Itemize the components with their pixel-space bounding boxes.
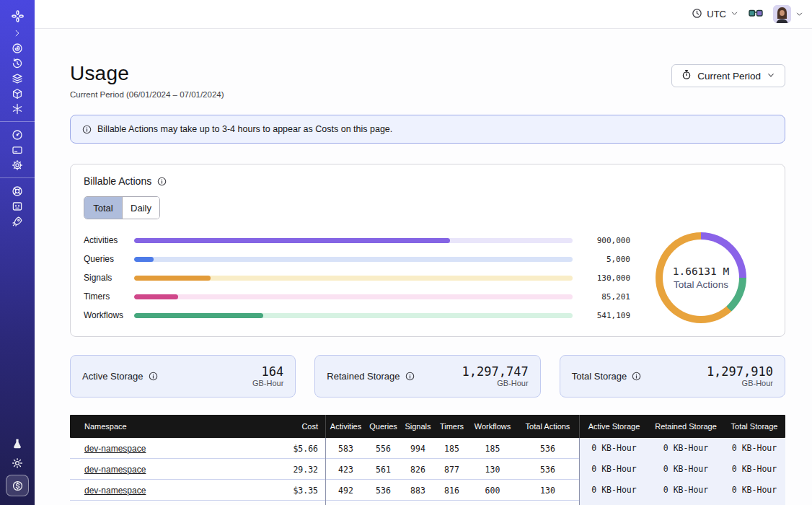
namespace-link[interactable]: dev-namespace [84,444,146,454]
cell-timers: 877 [435,465,469,475]
storage-card-value: 1,297,747 [462,365,529,379]
info-icon [82,125,92,134]
cell-total-actions: 536 [516,465,579,475]
column-header-signals: Signals [401,422,435,431]
cell-queries: 556 [366,444,401,454]
column-header-queries: Queries [366,422,401,431]
main-content: Usage Current Period (06/01/2024 – 07/01… [35,29,812,505]
cell-total-actions: 130 [516,486,579,496]
glasses-icon[interactable] [749,8,763,21]
namespaces-icon[interactable] [0,40,35,56]
column-header-cost: Cost [250,422,325,431]
column-header-timers: Timers [435,422,469,431]
info-icon[interactable] [149,372,158,381]
billing-card-icon[interactable] [0,142,35,157]
settings-gear-icon[interactable] [0,157,35,172]
storage-card-label: Retained Storage [327,371,400,382]
storage-card-label: Active Storage [82,371,144,382]
column-header-retained-storage: Retained Storage [648,422,723,431]
chevron-down-icon [767,71,775,82]
bar-label: Activities [84,235,134,245]
column-header-activities: Activities [325,415,366,438]
bar-track [134,257,573,262]
storage-card-unit: GB-Hour [252,379,283,387]
sidebar-divider [0,177,35,178]
cell-activities: 423 [325,459,366,480]
usage-gauge-icon[interactable] [0,127,35,142]
layers-icon[interactable] [0,71,35,86]
cell-retained-storage: 0 KB-Hour [648,438,723,459]
column-header-total-actions: Total Actions [516,422,579,431]
period-dropdown-label: Current Period [697,71,761,82]
cell-timers: 185 [435,444,469,454]
bar-value: 5,000 [584,255,630,264]
bar-row-workflows: Workflows 541,109 [84,306,630,325]
billable-actions-card: Billable Actions Total Daily Activities … [70,164,785,337]
period-dropdown-button[interactable]: Current Period [671,64,785,87]
clock-icon [692,8,702,21]
cell-signals: 826 [401,465,435,475]
timezone-label: UTC [707,9,726,19]
storage-card-value: 164 [252,365,283,379]
timezone-selector[interactable]: UTC [692,8,738,21]
table-row: dev-namespace 29.32 423 561 826 877 130 … [70,459,785,480]
bar-fill [134,313,263,318]
donut-center-value: 1.66131 M [673,265,730,277]
topbar: UTC [35,0,812,29]
total-actions-donut: 1.66131 M Total Actions [656,232,746,323]
storage-card-label: Total Storage [572,371,627,382]
credits-dollar-button[interactable] [6,475,29,496]
bar-label: Workflows [84,310,134,320]
bar-fill [134,294,178,299]
bar-label: Signals [84,273,134,283]
stopwatch-icon [681,69,692,82]
sidebar [0,0,35,505]
cell-cost: $3.35 [250,486,325,496]
feedback-screen-icon[interactable] [0,198,35,214]
table-header: Namespace Cost Activities Queries Signal… [70,415,785,438]
deployments-cube-icon[interactable] [0,86,35,101]
bar-fill [134,276,211,281]
active-storage-card: Active Storage 164 GB-Hour [70,355,296,398]
schedules-icon[interactable] [0,56,35,71]
bar-fill [134,238,450,243]
cell-timers: 816 [435,486,469,496]
cell-activities: 583 [325,438,366,459]
info-icon[interactable] [157,177,167,186]
donut-center-label: Total Actions [674,279,728,290]
tab-total[interactable]: Total [84,197,122,219]
table-row-partial [70,501,785,505]
bar-value: 130,000 [584,273,630,283]
cell-activities: 492 [325,480,366,501]
banner-text: Billable Actions may take up to 3-4 hour… [97,124,392,134]
sidebar-expand-icon[interactable] [0,25,35,40]
cell-queries: 536 [366,486,401,496]
bar-track [134,313,573,318]
bar-fill [134,257,154,262]
cell-active-storage: 0 KB-Hour [579,438,648,459]
labs-flask-icon[interactable] [0,436,35,451]
cell-retained-storage: 0 KB-Hour [648,480,723,501]
cell-signals: 883 [401,486,435,496]
temporal-logo-icon[interactable] [0,6,35,25]
cell-workflows: 600 [469,486,516,496]
namespace-link[interactable]: dev-namespace [84,465,146,475]
page-title: Usage [70,62,224,85]
support-lifebuoy-icon[interactable] [0,183,35,198]
retained-storage-card: Retained Storage 1,297,747 GB-Hour [314,355,540,398]
bar-value: 85,201 [584,292,630,302]
theme-sun-icon[interactable] [0,455,35,470]
user-menu[interactable] [773,5,803,23]
nexus-asterisk-icon[interactable] [0,101,35,116]
bar-label: Timers [84,291,134,302]
info-banner: Billable Actions may take up to 3-4 hour… [70,115,785,144]
info-icon[interactable] [405,372,415,381]
column-header-workflows: Workflows [469,422,516,431]
getting-started-rocket-icon[interactable] [0,214,35,229]
storage-card-unit: GB-Hour [462,379,529,387]
bar-value: 541,109 [584,311,630,320]
table-row: dev-namespace $5.66 583 556 994 185 185 … [70,438,785,459]
info-icon[interactable] [632,372,641,381]
namespace-link[interactable]: dev-namespace [84,486,146,496]
tab-daily[interactable]: Daily [122,197,159,219]
